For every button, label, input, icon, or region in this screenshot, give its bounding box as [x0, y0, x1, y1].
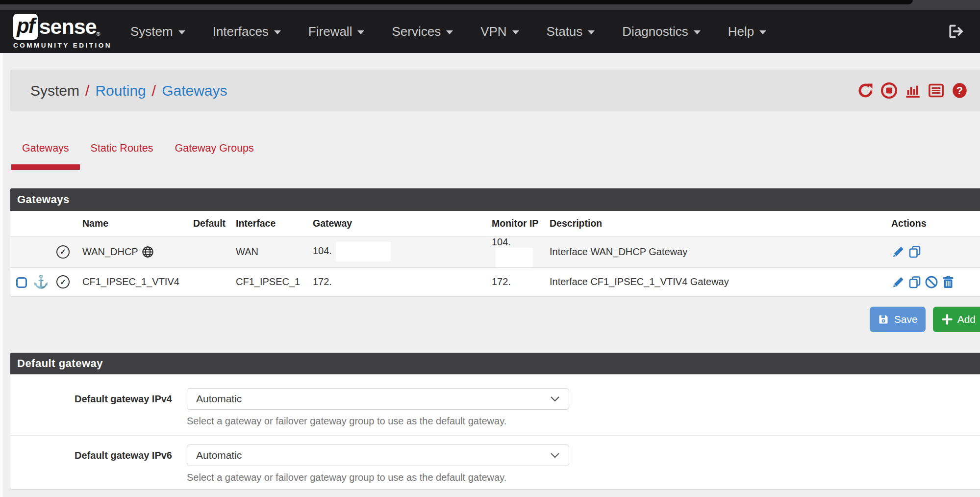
help-icon[interactable]: ?	[951, 82, 968, 99]
select-value: Automatic	[196, 449, 242, 461]
logo-edition: COMMUNITY EDITION	[13, 42, 112, 49]
edit-icon[interactable]	[891, 275, 905, 289]
nav-item-label: Services	[392, 24, 441, 39]
gateway-ip: 104.	[313, 245, 332, 256]
gateway-description: Interface CF1_IPSEC_1_VTIV4 Gateway	[544, 267, 885, 296]
form-row-ipv6: Default gateway IPv6 Automatic Select a …	[10, 435, 980, 490]
logo-registered-mark: ®	[97, 31, 101, 37]
redacted-ip-box	[336, 242, 391, 262]
col-gateway: Gateway	[307, 211, 486, 236]
default-gateway-ipv4-help: Select a gateway or failover gateway gro…	[187, 416, 506, 427]
stop-circle-icon[interactable]	[880, 82, 898, 99]
nav-item-status[interactable]: Status	[533, 10, 609, 53]
select-value: Automatic	[196, 393, 242, 405]
refresh-icon[interactable]	[857, 82, 874, 99]
log-list-icon[interactable]	[928, 82, 945, 99]
table-row-wan-dhcp: ✓ WAN_DHCP WAN 104. 104. Interface WAN_D…	[10, 236, 980, 267]
add-button-label: Add	[957, 314, 976, 325]
save-button-label: Save	[894, 314, 918, 325]
tab-gateways[interactable]: Gateways	[11, 138, 80, 170]
tab-static-routes[interactable]: Static Routes	[80, 138, 164, 170]
nav-item-help[interactable]: Help	[714, 10, 780, 53]
nav-item-label: Firewall	[308, 24, 352, 39]
nav-item-services[interactable]: Services	[378, 10, 467, 53]
gateways-panel: Gateways Name Default Interface Gateway …	[10, 188, 980, 297]
nav-menu: System Interfaces Firewall Services VPN …	[117, 10, 780, 53]
gateway-interface: CF1_IPSEC_1	[230, 267, 307, 296]
form-row-ipv4: Default gateway IPv4 Automatic Select a …	[10, 374, 980, 435]
gateway-interface: WAN	[230, 236, 307, 267]
check-circle-icon: ✓	[56, 275, 70, 288]
chevron-down-icon	[357, 30, 364, 34]
table-row-cf1-ipsec: ⚓ ✓ CF1_IPSEC_1_VTIV4 CF1_IPSEC_1 172. 1…	[10, 267, 980, 296]
tab-bar: Gateways Static Routes Gateway Groups	[11, 138, 265, 170]
edit-icon[interactable]	[891, 245, 905, 259]
chevron-down-icon	[588, 30, 595, 34]
default-gateway-panel: Default gateway Default gateway IPv4 Aut…	[10, 352, 980, 490]
gateway-default-cell	[187, 267, 230, 296]
breadcrumb-link-gateways[interactable]: Gateways	[162, 82, 227, 99]
nav-item-firewall[interactable]: Firewall	[295, 10, 378, 53]
logo-pf: pf	[17, 14, 34, 37]
nav-item-label: Help	[728, 24, 754, 39]
breadcrumb-root: System	[30, 82, 79, 99]
globe-icon	[142, 246, 154, 258]
table-actions-row: Save Add	[10, 307, 980, 332]
tab-gateway-groups[interactable]: Gateway Groups	[164, 138, 264, 170]
default-gateway-panel-title: Default gateway	[10, 353, 980, 374]
nav-item-system[interactable]: System	[117, 10, 199, 53]
gateway-default-cell	[187, 236, 230, 267]
default-gateway-ipv4-select[interactable]: Automatic	[187, 388, 569, 410]
gateways-panel-title: Gateways	[10, 188, 980, 211]
nav-item-label: Diagnostics	[622, 24, 688, 39]
nav-item-vpn[interactable]: VPN	[467, 10, 532, 53]
col-monitor-ip: Monitor IP	[486, 211, 544, 236]
chevron-down-icon	[178, 30, 185, 34]
chevron-down-icon	[550, 452, 560, 459]
delete-icon[interactable]	[941, 275, 955, 289]
save-button[interactable]: Save	[870, 307, 926, 332]
gateway-description: Interface WAN_DHCP Gateway	[544, 236, 885, 267]
monitoring-chart-icon[interactable]	[904, 82, 921, 99]
nav-item-diagnostics[interactable]: Diagnostics	[608, 10, 714, 53]
default-gateway-ipv4-label: Default gateway IPv4	[10, 388, 172, 410]
disable-icon[interactable]	[925, 275, 938, 289]
top-navbar: pf sense ® COMMUNITY EDITION System Inte…	[0, 10, 980, 53]
col-name: Name	[76, 211, 187, 236]
add-button[interactable]: Add	[933, 307, 980, 332]
breadcrumb-actions: ?	[857, 82, 968, 99]
chevron-down-icon	[446, 30, 453, 34]
monitor-ip: 104.	[492, 236, 511, 247]
nav-item-label: System	[130, 24, 173, 39]
copy-icon[interactable]	[908, 275, 922, 289]
default-gateway-ipv6-label: Default gateway IPv6	[10, 445, 172, 466]
breadcrumb: System / Routing / Gateways	[30, 82, 227, 99]
anchor-icon[interactable]: ⚓	[33, 274, 49, 289]
breadcrumb-link-routing[interactable]: Routing	[95, 82, 146, 99]
svg-text:?: ?	[956, 84, 963, 97]
copy-icon[interactable]	[908, 245, 922, 259]
nav-item-label: VPN	[480, 24, 506, 39]
chevron-down-icon	[512, 30, 519, 34]
chevron-down-icon	[759, 30, 766, 34]
col-interface: Interface	[230, 211, 307, 236]
logo-sense: sense	[39, 15, 97, 39]
redacted-ip-box	[496, 248, 533, 267]
plus-icon	[942, 314, 953, 325]
col-default: Default	[187, 211, 230, 236]
gateway-name: CF1_IPSEC_1_VTIV4	[82, 276, 179, 288]
sign-out-icon[interactable]	[948, 23, 964, 40]
table-header-row: Name Default Interface Gateway Monitor I…	[10, 211, 980, 236]
gateways-table: Name Default Interface Gateway Monitor I…	[10, 211, 980, 296]
default-gateway-ipv6-select[interactable]: Automatic	[187, 445, 569, 466]
select-checkbox[interactable]	[16, 277, 27, 288]
nav-item-interfaces[interactable]: Interfaces	[199, 10, 295, 53]
breadcrumb-separator: /	[152, 82, 156, 99]
chevron-down-icon	[550, 396, 560, 402]
gateway-ip: 172.	[307, 267, 486, 296]
col-description: Description	[544, 211, 885, 236]
pfsense-logo[interactable]: pf sense ® COMMUNITY EDITION	[13, 14, 112, 49]
default-gateway-ipv6-help: Select a gateway or failover gateway gro…	[187, 472, 506, 483]
nav-item-label: Interfaces	[213, 24, 269, 39]
col-actions: Actions	[885, 211, 980, 236]
